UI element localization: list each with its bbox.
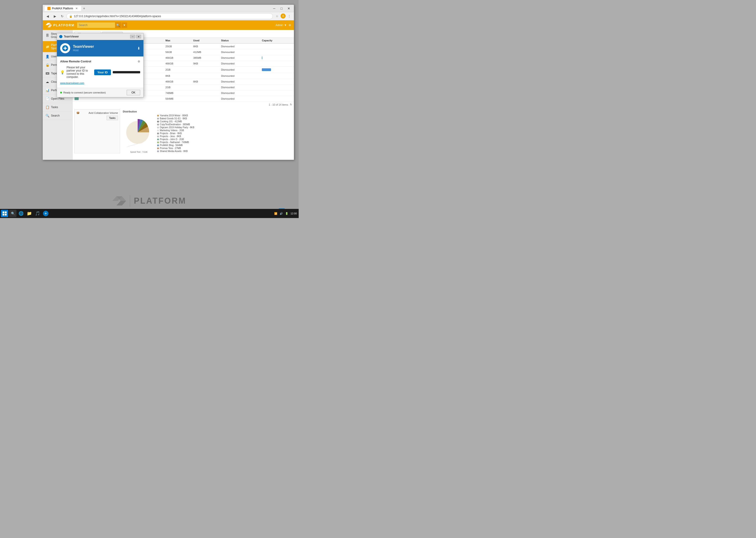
search-taskbar-button[interactable]: 🔍 [9,210,17,217]
admin-label[interactable]: Admin ▼ [275,24,287,27]
row-status: Dismounted [219,67,260,73]
taskbar: 🔍 🌐 📁 🎵 📶 [0,209,299,218]
row-status: Dismounted [219,49,260,55]
row-capacity [260,49,294,55]
platform-logo-divider [130,195,130,207]
svg-point-6 [64,47,66,49]
taskbar-left: 🔍 🌐 📁 🎵 [0,210,49,217]
legend-dot-12 [157,150,159,152]
tv-minimize-button[interactable]: ─ [130,35,135,38]
legend-dot-5 [157,130,159,132]
speed-test-label: Speed Test : 71GB [123,151,155,153]
back-button[interactable]: ◀ [45,13,50,19]
menu-button[interactable]: ⋮ [287,14,292,19]
tv-body: Allow Remote Control ⚙ 💡 Please tell you… [57,56,144,88]
row-status: Dismounted [219,43,260,49]
refresh-button[interactable]: ↻ [59,13,65,19]
legend-label-8: Projects - John D · 2GB [160,138,184,140]
tv-status-text: Ready to connect (secure connection) [63,91,106,94]
tv-website-link[interactable]: www.teamviewer.com [60,81,85,85]
col-max[interactable]: Max [164,38,192,43]
tv-title: TeamViewer [59,35,79,38]
storage-groups-icon: 🗄 [45,33,49,37]
window-controls: ─ □ ✕ [271,6,292,11]
tv-logo [60,43,70,53]
refresh-icon[interactable]: ↻ [290,103,292,106]
row-max: 564MB [164,96,192,102]
file-explorer-taskbar-button[interactable]: 📁 [26,210,33,217]
browser-tab[interactable]: ProMAX Platform ✕ [45,6,81,11]
tab-favicon [47,7,50,10]
row-capacity [260,55,294,61]
col-capacity[interactable]: Capacity [260,38,294,43]
row-max: 56GB [164,49,192,55]
tv-close-button[interactable]: ✕ [136,35,141,38]
legend-item-3: CopyTestDestination · 385MB [157,123,194,126]
svg-rect-15 [5,214,7,216]
network-icon[interactable]: 📶 [273,211,278,216]
tv-settings-icon[interactable]: ⚙ [138,60,140,63]
bookmark-button[interactable]: ☆ [274,14,280,19]
app-logo: PLATFORM [45,23,75,27]
battery-icon[interactable]: 🔋 [284,211,289,216]
url-bar[interactable]: 🔒 127.0.0.1/login/src/app/index.html?v=1… [67,13,273,19]
row-used: 9KB [191,61,219,67]
row-used [191,67,219,73]
row-status: Dismounted [219,61,260,67]
legend-dot-8 [157,138,159,140]
legend-item-0: Yamaha 2019 Motor · 80KB [157,114,194,117]
teamviewer-taskbar-button[interactable] [42,210,49,217]
app-header: PLATFORM 🔍 ▼ Admin ▼ ⚙ [43,20,294,30]
row-status: Dismounted [219,84,260,90]
tv-download-button[interactable]: ⬇ [137,46,140,50]
sidebar-label-tape: Tape [51,72,57,75]
windows-icon [3,211,7,216]
legend-item-6: Projects - Brian · 8KB [157,132,194,134]
legend-label-10: ProMAX Blog · 564MB [160,144,183,146]
tab-close-button[interactable]: ✕ [76,7,78,10]
start-button[interactable] [1,210,8,217]
browser-toolbar: ◀ ▶ ↻ 🔒 127.0.0.1/login/src/app/index.ht… [43,12,294,20]
tv-icon-small [44,212,47,215]
profile-button[interactable]: A [281,14,286,19]
minimize-button[interactable]: ─ [271,6,277,11]
avid-title: Avid Collaboration Volume [88,112,118,114]
tv-your-id-button[interactable]: Your ID [94,70,111,75]
header-search-button[interactable]: 🔍 [115,22,121,28]
tv-product-subtitle: Host [73,49,94,52]
row-capacity [260,90,294,96]
header-search-input[interactable] [77,22,115,28]
col-status[interactable]: Status [219,38,260,43]
legend-dot-10 [157,144,159,146]
legend-dot-0 [157,115,159,117]
browser-taskbar-button[interactable]: 🌐 [17,210,25,217]
tv-ok-button[interactable]: OK [127,90,140,95]
row-used: 412MB [191,49,219,55]
sidebar-item-search[interactable]: 🔍 Search [43,112,72,120]
legend-item-7: Projects - Jess · 8KB [157,135,194,137]
platform-logo-icon [112,196,126,206]
header-right: Admin ▼ ⚙ [275,24,291,27]
col-used[interactable]: Used [191,38,219,43]
new-tab-button[interactable]: + [83,6,85,11]
row-used [191,84,219,90]
legend-item-8: Projects - John D · 2GB [157,138,194,140]
permissions-icon: 🔒 [45,63,49,67]
tasks-button[interactable]: Tasks [107,116,118,120]
legend-item-10: ProMAX Blog · 564MB [157,144,194,146]
forward-button[interactable]: ▶ [52,13,58,19]
tv-id-value [113,71,140,73]
volume-icon[interactable]: 🔊 [279,211,284,216]
tv-footer: Ready to connect (secure connection) OK [57,88,144,97]
legend-dot-11 [157,147,159,149]
row-used: 8KB [191,79,219,84]
close-button[interactable]: ✕ [286,6,292,11]
platform-logo-text: PLATFORM [134,196,186,206]
restore-button[interactable]: □ [278,6,285,11]
sidebar-item-tasks[interactable]: 📋 Tasks [43,103,72,112]
settings-gear-icon[interactable]: ⚙ [289,24,291,27]
search-dropdown-button[interactable]: ▼ [122,23,127,28]
app-taskbar-button-1[interactable]: 🎵 [34,210,41,217]
tv-product-name: TeamViewer [73,45,94,49]
row-status: Dismounted [219,96,260,102]
